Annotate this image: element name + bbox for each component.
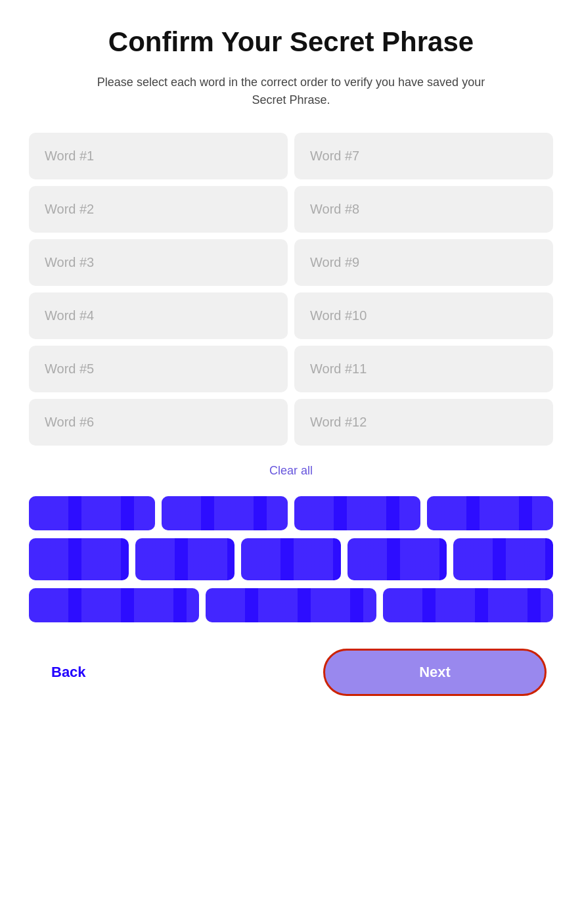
word-option-pill-r1-4[interactable] [427, 496, 553, 530]
clear-all-button[interactable]: Clear all [269, 464, 313, 478]
word-option-pill-r2-4[interactable] [347, 538, 447, 580]
word-slot-10[interactable]: Word #11 [294, 346, 553, 392]
word-options-row-2 [29, 538, 553, 580]
footer-actions: Back Next [29, 649, 553, 696]
word-options-row-1 [29, 496, 553, 530]
word-options-area [29, 496, 553, 622]
subtitle: Please select each word in the correct o… [81, 74, 501, 109]
word-slot-1[interactable]: Word #1 [29, 133, 288, 179]
word-options-row-3 [29, 588, 553, 622]
page-title: Confirm Your Secret Phrase [108, 26, 474, 58]
word-option-pill-r3-1[interactable] [29, 588, 199, 622]
word-option-pill-r2-5[interactable] [453, 538, 553, 580]
word-slot-4[interactable]: Word #8 [294, 186, 553, 233]
word-option-pill-r2-1[interactable] [29, 538, 129, 580]
word-option-pill-r2-3[interactable] [241, 538, 341, 580]
word-slot-6[interactable]: Word #9 [294, 239, 553, 286]
word-slot-11[interactable]: Word #6 [29, 399, 288, 446]
next-button[interactable]: Next [323, 649, 547, 696]
word-slot-9[interactable]: Word #5 [29, 346, 288, 392]
word-grid: Word #1Word #7Word #2Word #8Word #3Word … [29, 133, 553, 446]
word-slot-5[interactable]: Word #3 [29, 239, 288, 286]
word-option-pill-r1-1[interactable] [29, 496, 155, 530]
word-option-pill-r2-2[interactable] [135, 538, 235, 580]
word-slot-7[interactable]: Word #4 [29, 292, 288, 339]
word-option-pill-r1-3[interactable] [294, 496, 420, 530]
word-option-pill-r3-3[interactable] [383, 588, 553, 622]
word-slot-3[interactable]: Word #2 [29, 186, 288, 233]
word-option-pill-r3-2[interactable] [206, 588, 376, 622]
word-slot-2[interactable]: Word #7 [294, 133, 553, 179]
word-slot-12[interactable]: Word #12 [294, 399, 553, 446]
back-button[interactable]: Back [35, 653, 102, 691]
word-slot-8[interactable]: Word #10 [294, 292, 553, 339]
word-option-pill-r1-2[interactable] [162, 496, 288, 530]
